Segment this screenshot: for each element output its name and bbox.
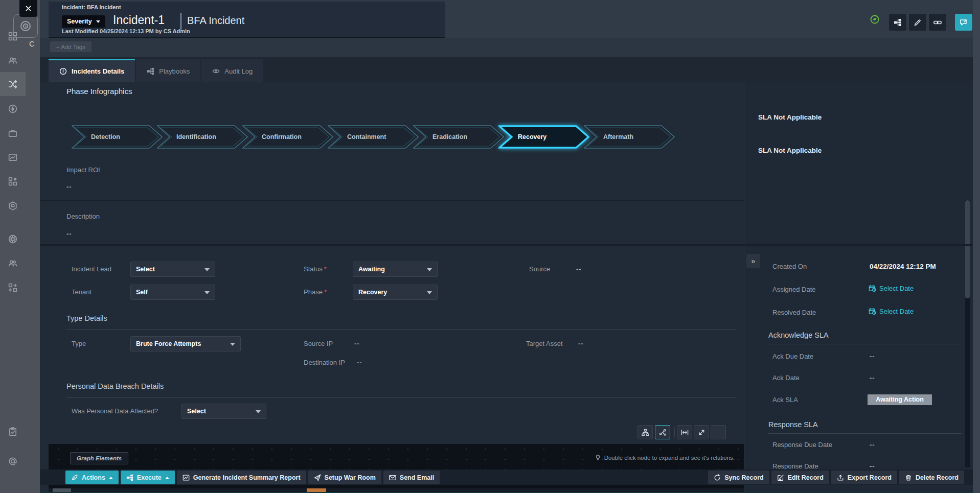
- widgets-grid-icon: [8, 177, 17, 186]
- comments-button[interactable]: [955, 14, 972, 31]
- phase-chevron-confirmation[interactable]: Confirmation: [242, 125, 333, 149]
- breadcrumb: Incident: BFA Incident: [62, 4, 121, 10]
- title-divider: [180, 13, 181, 30]
- add-tags-button[interactable]: + Add Tags: [50, 41, 92, 52]
- pdb-dropdown[interactable]: Select: [181, 404, 266, 419]
- network-view-button[interactable]: [655, 425, 670, 439]
- sidebar-item-mentions[interactable]: [0, 449, 26, 473]
- source-ip-value: --: [354, 336, 360, 351]
- send-email-button[interactable]: Send Email: [383, 471, 440, 484]
- sidebar-item-threat-intel[interactable]: [0, 194, 26, 218]
- tab-bar: Incidents Details Playbooks Audit Log: [40, 57, 973, 82]
- close-button[interactable]: [19, 0, 37, 17]
- sidebar-item-queues[interactable]: [0, 48, 26, 72]
- eye-icon: [212, 67, 220, 75]
- sidebar-item-widgets[interactable]: [0, 169, 26, 193]
- phase-chevron-containment[interactable]: Containment: [328, 125, 419, 149]
- tab-audit-log[interactable]: Audit Log: [201, 59, 263, 82]
- vertical-scrollbar[interactable]: [965, 200, 970, 467]
- phase-chevron-recovery-active[interactable]: Recovery: [498, 125, 589, 149]
- edit-button[interactable]: [909, 14, 926, 31]
- incident-name: BFA Incident: [187, 15, 244, 27]
- ack-sla-status-badge: Awaiting Action: [868, 394, 932, 405]
- actions-button[interactable]: Actions: [65, 471, 119, 484]
- vertical-scrollbar-thumb[interactable]: [965, 200, 970, 298]
- tenant-label: Tenant: [72, 285, 92, 300]
- type-details-title: Type Details: [66, 314, 107, 322]
- calendar-icon: [869, 285, 876, 292]
- phase-chevron-eradication[interactable]: Eradication: [413, 125, 504, 149]
- tenant-dropdown[interactable]: Self: [130, 285, 215, 300]
- sidebar-item-data-exchange[interactable]: [0, 275, 26, 299]
- assigned-date-select[interactable]: Select Date: [869, 285, 914, 292]
- war-room-shuffle-icon: [8, 80, 17, 89]
- phase-chevron-identification[interactable]: Identification: [157, 125, 248, 149]
- refresh-graph-button[interactable]: [711, 425, 726, 439]
- horizontal-scrollbar[interactable]: [49, 488, 744, 492]
- edit-record-button[interactable]: Edit Record: [771, 471, 829, 484]
- relations-graph-canvas[interactable]: Graph Elements Double click node to expa…: [49, 443, 744, 493]
- tags-row: + Add Tags: [40, 38, 973, 57]
- button-label: Actions: [82, 474, 105, 481]
- edit-pencil-icon: [914, 18, 922, 27]
- sidebar-item-assets[interactable]: [0, 121, 26, 145]
- sidebar-item-automation[interactable]: [0, 97, 26, 121]
- open-playbooks-button[interactable]: [889, 14, 906, 31]
- target-asset-label: Target Asset: [526, 336, 563, 351]
- fit-width-button[interactable]: [677, 425, 692, 439]
- setup-war-room-button[interactable]: Setup War Room: [308, 471, 381, 484]
- status-label: Status*: [304, 262, 327, 277]
- toolbar-divider: [674, 427, 675, 437]
- phase-infographics-title: Phase Infographics: [66, 87, 132, 96]
- automation-bolt-icon: [8, 104, 17, 113]
- tasks-clipboard-icon: [8, 427, 17, 436]
- acknowledge-sla-title: Acknowledge SLA: [768, 331, 829, 339]
- playbook-tree-icon: [126, 474, 133, 481]
- phase-dropdown[interactable]: Recovery: [353, 285, 438, 300]
- export-record-button[interactable]: Export Record: [831, 471, 897, 484]
- sidebar-item-reports[interactable]: [0, 145, 26, 169]
- pdb-value: Select: [187, 408, 206, 415]
- tenant-value: Self: [136, 289, 148, 296]
- resolved-date-select[interactable]: Select Date: [869, 308, 914, 315]
- execute-button[interactable]: Execute: [121, 471, 175, 484]
- tab-label: Incidents Details: [72, 67, 124, 75]
- type-dropdown[interactable]: Brute Force Attempts: [130, 336, 241, 351]
- phase-label: Aftermath: [603, 125, 633, 149]
- generate-report-button[interactable]: Generate Incident Summary Report: [177, 471, 306, 484]
- scrollbar-marker[interactable]: [307, 488, 326, 492]
- phase-label: Containment: [347, 125, 386, 149]
- link-record-button[interactable]: [929, 14, 946, 31]
- sidebar-item-dashboard[interactable]: [0, 24, 26, 48]
- response-sla-title: Response SLA: [768, 420, 818, 429]
- tab-incidents-details[interactable]: Incidents Details: [49, 59, 135, 82]
- status-dropdown[interactable]: Awaiting: [353, 262, 438, 277]
- org-tree-view-button[interactable]: [637, 425, 653, 439]
- horizontal-scrollbar-thumb[interactable]: [53, 488, 71, 492]
- fit-width-icon: [681, 429, 689, 436]
- destination-ip-value: --: [357, 355, 362, 370]
- sidebar-item-team[interactable]: [0, 251, 26, 275]
- collapse-panel-button[interactable]: »: [746, 254, 760, 268]
- impact-roi-label: Impact ROI: [66, 166, 100, 174]
- phase-chevron-detection[interactable]: Detection: [72, 125, 163, 149]
- description-value: --: [66, 230, 72, 238]
- expand-graph-button[interactable]: [694, 425, 709, 439]
- export-icon: [837, 474, 844, 481]
- source-ip-label: Source IP: [304, 336, 333, 351]
- sync-record-button[interactable]: Sync Record: [708, 471, 769, 484]
- severity-dropdown[interactable]: Severity: [62, 15, 105, 28]
- graph-elements-button[interactable]: Graph Elements: [70, 452, 128, 464]
- sidebar-item-settings[interactable]: [0, 227, 26, 251]
- sidebar-item-war-room[interactable]: [0, 72, 26, 96]
- phase-chevron-aftermath[interactable]: Aftermath: [584, 125, 675, 149]
- delete-record-button[interactable]: Delete Record: [899, 471, 964, 484]
- incident-lead-dropdown[interactable]: Select: [130, 262, 215, 277]
- destination-ip-label: Destination IP: [304, 355, 345, 370]
- phase-label: Detection: [91, 125, 120, 149]
- sidebar-item-tasks[interactable]: [0, 419, 26, 443]
- tab-playbooks[interactable]: Playbooks: [136, 59, 200, 82]
- phase-label: Recovery: [518, 125, 546, 149]
- dashboard-grid-icon: [8, 32, 17, 41]
- incident-lead-value: Select: [136, 266, 155, 273]
